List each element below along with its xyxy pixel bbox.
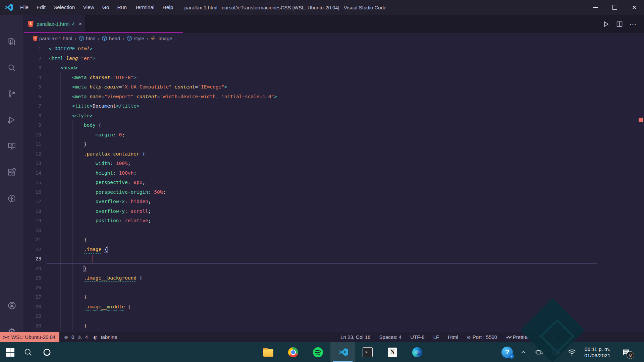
code-line-22: 22 .image {	[0, 245, 600, 254]
code-line-28: 28 .image__middle {	[0, 302, 600, 312]
breadcrumb-separator: ›	[74, 36, 76, 41]
code-line-4: 4 <meta charset="UTF-8">	[0, 73, 600, 82]
account-icon[interactable]	[0, 297, 23, 314]
menu-run[interactable]: Run	[113, 0, 130, 15]
taskbar-search-button[interactable]	[19, 342, 37, 362]
taskbar-chrome[interactable]	[281, 342, 306, 362]
code-line-6: 6 <meta name="viewport" content="width=d…	[0, 92, 600, 102]
breadcrumb-label: html	[86, 36, 95, 41]
statusbar-label: Ln 23, Col 16	[340, 334, 370, 340]
code-line-10: 10 margin: 0;	[0, 130, 600, 140]
minimize-icon	[593, 7, 598, 8]
tabnine-status[interactable]: ◐ tabnine	[93, 334, 117, 340]
code-line-2: 2<html lang="en">	[0, 54, 600, 63]
code-editor[interactable]: 1<!DOCTYPE html>2<html lang="en">3 <head…	[0, 44, 644, 332]
close-icon: ✕	[632, 5, 637, 10]
tab-close-icon[interactable]: ×	[79, 21, 82, 27]
tabnine-icon: ◐	[93, 335, 97, 340]
window-title: parallax-1.html - cursoDeTransformacione…	[184, 0, 387, 15]
vscode-logo-icon	[4, 3, 13, 12]
window-controls: ✕	[586, 0, 644, 15]
current-line-highlight	[47, 254, 597, 264]
remote-explorer-icon[interactable]	[0, 137, 23, 155]
statusbar-live-server-port[interactable]: ⊘Port : 5500	[467, 334, 497, 340]
menu-terminal[interactable]: Terminal	[131, 0, 159, 15]
close-button[interactable]: ✕	[625, 0, 644, 15]
code-line-19: 19 position: relative;	[0, 216, 600, 226]
statusbar-label: Port : 5500	[473, 334, 497, 340]
menu-edit[interactable]: Edit	[33, 0, 50, 15]
menu-selection[interactable]: Selection	[50, 0, 79, 15]
start-button[interactable]	[1, 342, 19, 362]
title-bar: FileEditSelectionViewGoRunTerminalHelp p…	[0, 0, 644, 15]
cortana-button[interactable]	[38, 342, 56, 362]
breadcrumb-item-html[interactable]: html	[78, 36, 95, 41]
menu-go[interactable]: Go	[98, 0, 113, 15]
breadcrumb-item-image[interactable]: .image	[151, 36, 172, 41]
overview-ruler-mark	[639, 118, 643, 122]
breadcrumb-label: parallax-1.html	[39, 36, 72, 41]
split-editor-button[interactable]	[616, 21, 623, 27]
html5-file-icon: 5	[28, 21, 34, 27]
bracket-match	[104, 246, 108, 253]
run-button[interactable]	[603, 21, 609, 27]
taskbar-terminal[interactable]: >_	[355, 342, 380, 362]
thunder-client-icon[interactable]	[0, 190, 23, 207]
remote-indicator[interactable]: >< WSL: Ubuntu-20.04	[0, 332, 59, 342]
help-tray-button[interactable]: ?i	[500, 342, 515, 362]
taskbar-apps: >_ N	[256, 342, 430, 362]
cube-icon	[126, 36, 132, 41]
breadcrumb: 5parallax-1.html›html›head›style›.image	[23, 33, 644, 44]
menu-help[interactable]: Help	[159, 0, 177, 15]
breadcrumb-item-style[interactable]: style	[126, 36, 144, 41]
breadcrumb-item-head[interactable]: head	[102, 36, 120, 41]
tab-parallax-1[interactable]: 5 parallax-1.html 4 ×	[24, 15, 85, 33]
explorer-icon[interactable]	[0, 33, 23, 50]
status-bar-left: >< WSL: Ubuntu-20.04 ⊗ 0 ⚠ 4 ◐ tabnine	[0, 332, 340, 342]
maximize-button[interactable]	[605, 0, 625, 15]
taskbar-spotify[interactable]	[306, 342, 330, 362]
breadcrumb-item-parallax1html[interactable]: 5parallax-1.html	[33, 36, 72, 41]
warning-icon: ⚠	[77, 335, 82, 340]
code-line-11: 11 }	[0, 139, 600, 149]
minimize-button[interactable]	[586, 0, 605, 15]
tabnine-label: tabnine	[101, 334, 117, 340]
problems-indicator[interactable]: ⊗ 0 ⚠ 4	[64, 334, 88, 340]
statusbar-indentation[interactable]: Spaces: 4	[379, 334, 401, 340]
statusbar-cursor-position[interactable]: Ln 23, Col 16	[340, 334, 370, 340]
breadcrumb-label: head	[109, 36, 120, 41]
code-line-17: 17 overflow-x: hidden;	[0, 197, 600, 206]
extensions-icon[interactable]	[0, 164, 23, 181]
code-line-3: 3 <head>	[0, 63, 600, 73]
code-line-13: 13 width: 100%;	[0, 159, 600, 168]
statusbar-encoding[interactable]: UTF-8	[410, 334, 425, 340]
taskbar-file-explorer[interactable]	[256, 342, 281, 362]
tab-filename: parallax-1.html	[37, 21, 69, 27]
statusbar-eol[interactable]: LF	[433, 334, 439, 340]
menu-file[interactable]: File	[16, 0, 33, 15]
tray-expand-button[interactable]	[517, 342, 529, 362]
breadcrumb-separator: ›	[122, 36, 124, 41]
tray-clock[interactable]: 06:11 p. m. 01/06/2021	[578, 342, 617, 362]
menu-view[interactable]: View	[79, 0, 98, 15]
spotify-icon	[313, 347, 323, 357]
notification-count-badge: 8	[627, 351, 634, 359]
run-debug-icon[interactable]	[0, 111, 23, 129]
search-icon[interactable]	[0, 59, 23, 76]
taskbar-edge[interactable]	[405, 342, 430, 362]
windows-logo-icon	[6, 348, 14, 357]
code-line-12: 12 .parallax-container {	[0, 149, 600, 159]
statusbar-label: LF	[433, 334, 439, 340]
statusbar-language-mode[interactable]: Html	[448, 334, 458, 340]
taskbar-vscode[interactable]	[330, 342, 355, 362]
more-actions-button[interactable]: ⋯	[630, 20, 637, 28]
taskbar-notion[interactable]: N	[380, 342, 405, 362]
code-line-30: 30 }	[0, 321, 600, 331]
search-icon	[23, 348, 33, 357]
vscode-window: FileEditSelectionViewGoRunTerminalHelp p…	[0, 0, 644, 362]
html5-icon: 5	[33, 36, 38, 41]
edge-icon	[412, 347, 422, 357]
source-control-icon[interactable]	[0, 85, 23, 103]
breadcrumb-separator: ›	[98, 36, 99, 41]
cube-icon	[102, 36, 107, 41]
